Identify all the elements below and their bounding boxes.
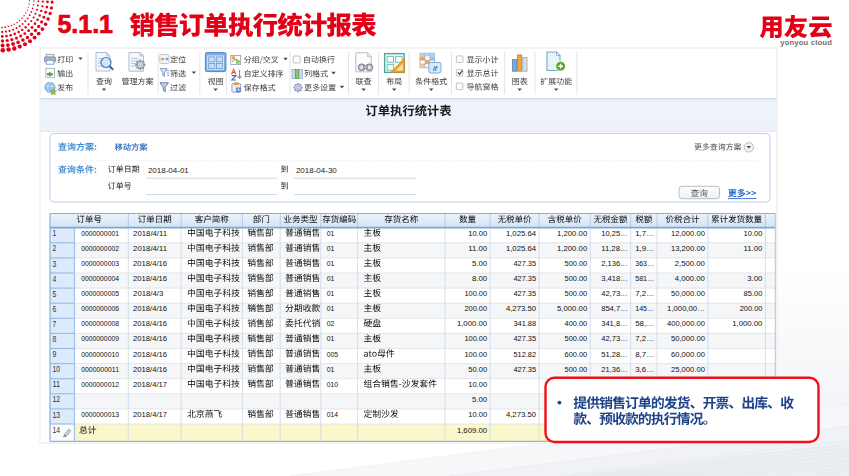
svg-text:12,000.00: 12,000.00	[671, 229, 706, 238]
svg-text:2018/4/16: 2018/4/16	[133, 319, 167, 328]
svg-text:200.00: 200.00	[464, 304, 487, 313]
svg-text:60,000.00: 60,000.00	[671, 350, 706, 359]
svg-text:341,8…: 341,8…	[601, 319, 628, 328]
svg-text:2018/4/16: 2018/4/16	[133, 365, 167, 374]
svg-text:500.00: 500.00	[565, 274, 588, 283]
svg-text:5: 5	[53, 290, 57, 299]
svg-text:02: 02	[327, 319, 335, 328]
svg-text:4,273.50: 4,273.50	[506, 304, 537, 313]
svg-text:1,000.00: 1,000.00	[457, 319, 488, 328]
svg-text:400,000.00: 400,000.00	[667, 319, 705, 328]
svg-text:427.35: 427.35	[513, 289, 536, 298]
svg-text:005: 005	[327, 350, 339, 359]
svg-text:3: 3	[53, 260, 57, 269]
svg-text:01: 01	[327, 229, 335, 238]
svg-text:01: 01	[327, 365, 335, 374]
svg-text:0000000013: 0000000013	[81, 410, 119, 419]
svg-text:51,28…: 51,28…	[601, 350, 628, 359]
svg-text:7,2…: 7,2…	[635, 289, 654, 298]
svg-text:200.00: 200.00	[740, 304, 763, 313]
svg-text:500.00: 500.00	[565, 365, 588, 374]
svg-text:13,200.00: 13,200.00	[671, 244, 706, 253]
svg-text:2018/4/3: 2018/4/3	[133, 289, 163, 298]
svg-text:014: 014	[327, 410, 339, 419]
svg-text:0000000003: 0000000003	[81, 259, 119, 268]
svg-text:5.1.1: 5.1.1	[57, 10, 113, 38]
svg-text:600.00: 600.00	[565, 350, 588, 359]
svg-text:10,25…: 10,25…	[601, 229, 628, 238]
svg-text:2018-04-30: 2018-04-30	[296, 166, 337, 175]
svg-text:3.00: 3.00	[747, 274, 763, 283]
svg-text:0000000010: 0000000010	[81, 350, 119, 359]
svg-text:427.35: 427.35	[513, 365, 536, 374]
svg-text:14: 14	[53, 426, 61, 435]
svg-text:01: 01	[327, 334, 335, 343]
svg-text:8,7…: 8,7…	[635, 350, 654, 359]
svg-text:10: 10	[53, 365, 61, 374]
svg-text:10.00: 10.00	[468, 380, 488, 389]
svg-text:50.00: 50.00	[468, 365, 488, 374]
svg-text:1,000.00: 1,000.00	[732, 319, 763, 328]
svg-text:2018/4/16: 2018/4/16	[133, 274, 167, 283]
svg-text:427.35: 427.35	[513, 334, 536, 343]
svg-text:2018/4/11: 2018/4/11	[133, 244, 167, 253]
svg-text:5.00: 5.00	[472, 259, 488, 268]
svg-text:6: 6	[53, 305, 57, 314]
svg-text:50,000.00: 50,000.00	[671, 289, 706, 298]
svg-text:100.00: 100.00	[464, 289, 487, 298]
svg-text:7,2…: 7,2…	[635, 334, 654, 343]
svg-text:01: 01	[327, 274, 335, 283]
svg-text:4,273.50: 4,273.50	[506, 410, 537, 419]
svg-text:11: 11	[53, 380, 61, 389]
svg-text:58,…: 58,…	[635, 319, 654, 328]
svg-text:01: 01	[327, 289, 335, 298]
svg-text:1,609.00: 1,609.00	[457, 426, 488, 435]
svg-text:2018/4/17: 2018/4/17	[133, 380, 167, 389]
svg-text:2018/4/17: 2018/4/17	[133, 410, 167, 419]
svg-text:854,7…: 854,7…	[601, 304, 628, 313]
svg-text:500.00: 500.00	[565, 259, 588, 268]
svg-text:2018/4/16: 2018/4/16	[133, 350, 167, 359]
svg-text:1: 1	[53, 229, 57, 238]
svg-text:A: A	[237, 87, 240, 92]
svg-text:25,000.00: 25,000.00	[671, 365, 706, 374]
svg-text:13: 13	[53, 411, 61, 420]
svg-text:42,73…: 42,73…	[601, 289, 628, 298]
svg-text:9: 9	[53, 350, 57, 359]
svg-text:0000000011: 0000000011	[81, 365, 119, 374]
svg-text:7: 7	[53, 320, 57, 329]
svg-text:1,9…: 1,9…	[635, 244, 654, 253]
svg-text:1,025.64: 1,025.64	[506, 229, 537, 238]
svg-text:0000000005: 0000000005	[81, 289, 119, 298]
svg-text:yonyou cloud: yonyou cloud	[780, 38, 832, 47]
svg-text:1,000,00…: 1,000,00…	[667, 304, 705, 313]
svg-text:0000000006: 0000000006	[81, 304, 119, 313]
svg-text:2018/4/16: 2018/4/16	[133, 304, 167, 313]
svg-text:10.00: 10.00	[468, 410, 488, 419]
svg-text:500.00: 500.00	[565, 334, 588, 343]
svg-text:0000000002: 0000000002	[81, 244, 119, 253]
svg-text:5.00: 5.00	[472, 395, 488, 404]
svg-text:3,418…: 3,418…	[601, 274, 628, 283]
svg-text:10.00: 10.00	[744, 229, 764, 238]
svg-text:5,000.00: 5,000.00	[557, 304, 588, 313]
svg-text:363…: 363…	[635, 259, 654, 268]
svg-text:100.00: 100.00	[464, 334, 487, 343]
svg-text:2018/4/16: 2018/4/16	[133, 259, 167, 268]
svg-text:1,025.64: 1,025.64	[506, 244, 537, 253]
svg-text:0000000004: 0000000004	[81, 274, 119, 283]
svg-text:400.00: 400.00	[565, 319, 588, 328]
svg-text:500.00: 500.00	[565, 289, 588, 298]
svg-text:0000000009: 0000000009	[81, 334, 119, 343]
svg-text:2018/4/11: 2018/4/11	[133, 229, 167, 238]
svg-text:512.82: 512.82	[513, 350, 536, 359]
svg-text:427.35: 427.35	[513, 274, 536, 283]
svg-text:0000000001: 0000000001	[81, 229, 119, 238]
svg-text:341.88: 341.88	[513, 319, 536, 328]
svg-text:010: 010	[327, 380, 339, 389]
svg-text:4,000.00: 4,000.00	[675, 274, 706, 283]
svg-text:3,6…: 3,6…	[635, 365, 654, 374]
svg-text:8: 8	[53, 335, 57, 344]
svg-text:0000000012: 0000000012	[81, 380, 119, 389]
svg-text:4: 4	[53, 275, 57, 284]
